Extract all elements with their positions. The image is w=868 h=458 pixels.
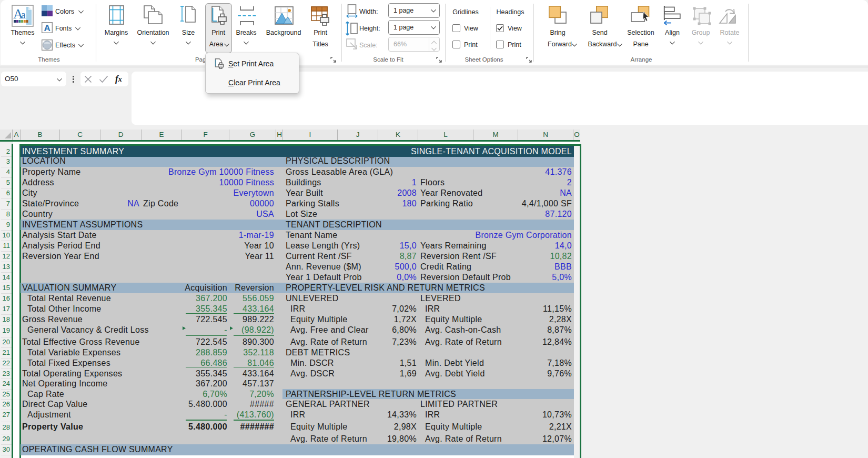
svg-text:a: a xyxy=(21,9,26,21)
svg-text:A: A xyxy=(44,23,51,33)
